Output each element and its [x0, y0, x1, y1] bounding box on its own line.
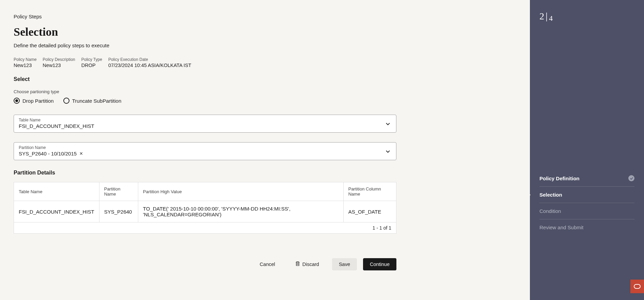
step-label: Policy Definition: [539, 176, 580, 181]
meta-label: Policy Name: [14, 57, 36, 62]
chevron-down-icon: [386, 148, 390, 154]
step-separator: |: [545, 10, 548, 22]
radio-label: Drop Partition: [22, 98, 54, 104]
radio-icon: [14, 98, 20, 104]
content-gap: [410, 0, 530, 300]
continue-button[interactable]: Continue: [363, 258, 396, 270]
wizard-step-selection[interactable]: Selection: [539, 187, 634, 203]
meta-value: DROP: [81, 63, 102, 68]
oracle-help-badge[interactable]: [630, 280, 644, 293]
table-pagination: 1 - 1 of 1: [14, 222, 396, 234]
oracle-icon: [634, 284, 641, 289]
meta-policy-description: Policy Description New123: [43, 57, 75, 68]
table-row: FSI_D_ACCOUNT_INDEX_HIST SYS_P2640 TO_DA…: [14, 201, 396, 222]
meta-policy-type: Policy Type DROP: [81, 57, 102, 68]
meta-value: New123: [43, 63, 75, 68]
page-title: Selection: [14, 26, 396, 38]
action-bar: Cancel Discard Save Continue: [14, 257, 396, 281]
chevron-down-icon: [386, 121, 390, 127]
cell-partition-high-value: TO_DATE(' 2015-10-10 00:00:00', 'SYYYY-M…: [138, 201, 343, 222]
step-total: 4: [549, 14, 553, 23]
wizard-sidebar: 2 | 4 Policy Definition Selection Condit…: [530, 0, 644, 300]
col-partition-column-name: Partition Column Name: [343, 182, 396, 201]
meta-label: Policy Execution Date: [108, 57, 191, 62]
step-label: Selection: [539, 192, 562, 198]
wizard-step-condition[interactable]: Condition: [539, 203, 634, 219]
step-indicator: 2 | 4: [539, 10, 634, 22]
page-subtitle: Define the detailed policy steps to exec…: [14, 43, 396, 48]
wizard-step-policy-definition[interactable]: Policy Definition: [539, 170, 634, 187]
discard-button[interactable]: Discard: [288, 257, 326, 271]
clear-chip-icon[interactable]: ✕: [79, 151, 84, 156]
check-icon: [628, 175, 634, 181]
partitioning-type-label: Choose partioning type: [14, 89, 396, 94]
select-section-header: Select: [14, 76, 396, 82]
radio-truncate-subpartition[interactable]: Truncate SubPartition: [63, 98, 122, 104]
wizard-step-review-submit[interactable]: Review and Submit: [539, 219, 634, 235]
step-label: Condition: [539, 208, 561, 214]
partition-details-header: Partition Details: [14, 170, 396, 176]
cell-table-name: FSI_D_ACCOUNT_INDEX_HIST: [14, 201, 99, 222]
meta-policy-name: Policy Name New123: [14, 57, 36, 68]
col-partition-high-value: Partition High Value: [138, 182, 343, 201]
select-label: Table Name: [19, 118, 391, 122]
meta-label: Policy Type: [81, 57, 102, 62]
select-value: SYS_P2640 - 10/10/2015: [19, 151, 77, 156]
table-name-select[interactable]: Table Name FSI_D_ACCOUNT_INDEX_HIST: [14, 115, 396, 133]
step-label: Review and Submit: [539, 224, 583, 230]
save-button[interactable]: Save: [332, 258, 357, 270]
meta-value: New123: [14, 63, 36, 68]
partitioning-type-radio-group: Drop Partition Truncate SubPartition: [14, 98, 396, 104]
cell-partition-column-name: AS_OF_DATE: [343, 201, 396, 222]
wizard-step-list: Policy Definition Selection Condition Re…: [539, 170, 634, 290]
trash-icon: [295, 261, 300, 267]
radio-drop-partition[interactable]: Drop Partition: [14, 98, 54, 104]
radio-label: Truncate SubPartition: [72, 98, 122, 104]
partition-name-select[interactable]: Partition Name SYS_P2640 - 10/10/2015 ✕: [14, 142, 396, 160]
step-current: 2: [539, 11, 544, 22]
cell-partition-name: SYS_P2640: [99, 201, 138, 222]
table-header-row: Table Name Partition Name Partition High…: [14, 182, 396, 201]
select-value: FSI_D_ACCOUNT_INDEX_HIST: [19, 123, 391, 129]
col-partition-name: Partition Name: [99, 182, 138, 201]
meta-policy-execution-date: Policy Execution Date 07/23/2024 10:45 A…: [108, 57, 191, 68]
breadcrumb: Policy Steps: [14, 14, 396, 19]
discard-label: Discard: [302, 262, 319, 267]
main-content: Policy Steps Selection Define the detail…: [0, 0, 410, 300]
cancel-button[interactable]: Cancel: [253, 258, 282, 270]
meta-label: Policy Description: [43, 57, 75, 62]
partition-details-table: Table Name Partition Name Partition High…: [14, 182, 396, 222]
policy-meta-row: Policy Name New123 Policy Description Ne…: [14, 57, 396, 68]
select-label: Partition Name: [19, 145, 391, 150]
radio-icon: [63, 98, 69, 104]
col-table-name: Table Name: [14, 182, 99, 201]
meta-value: 07/23/2024 10:45 ASIA/KOLKATA IST: [108, 63, 191, 68]
